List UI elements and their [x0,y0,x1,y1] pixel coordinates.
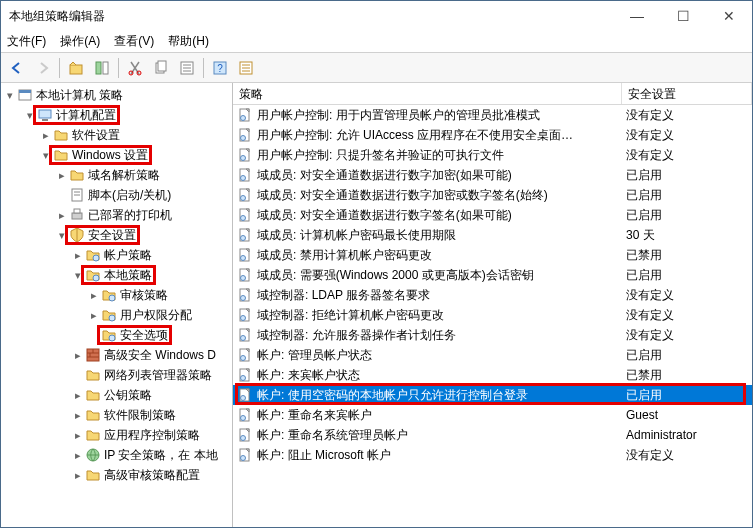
svg-rect-2 [103,62,108,74]
policy-setting: 已禁用 [622,247,752,264]
expand-icon[interactable]: ▸ [71,428,85,442]
tree-item[interactable]: ▸应用程序控制策略 [3,425,232,445]
tree-item[interactable]: ▸软件设置 [3,125,232,145]
expand-icon[interactable]: ▸ [71,348,85,362]
policy-row[interactable]: 域成员: 对安全通道数据进行数字加密(如果可能)已启用 [233,165,752,185]
tree-item[interactable]: ▸公钥策略 [3,385,232,405]
policy-row[interactable]: 帐户: 重命名来宾帐户Guest [233,405,752,425]
expand-icon[interactable] [87,328,101,342]
security-icon [69,227,85,243]
menu-file[interactable]: 文件(F) [7,33,46,50]
expand-icon[interactable]: ▸ [71,468,85,482]
tree-item[interactable]: 安全选项 [3,325,232,345]
tree-item[interactable]: ▸高级审核策略配置 [3,465,232,485]
expand-icon[interactable]: ▸ [71,448,85,462]
svg-rect-1 [96,62,101,74]
expand-icon[interactable]: ▾ [71,268,85,282]
close-button[interactable]: ✕ [706,1,752,31]
policy-row[interactable]: 域成员: 需要强(Windows 2000 或更高版本)会话密钥已启用 [233,265,752,285]
folder-icon [85,367,101,383]
policy-row[interactable]: 用户帐户控制: 用于内置管理员帐户的管理员批准模式没有定义 [233,105,752,125]
window-title: 本地组策略编辑器 [9,8,614,25]
policy-row[interactable]: 用户帐户控制: 允许 UIAccess 应用程序在不使用安全桌面…没有定义 [233,125,752,145]
forward-button[interactable] [31,56,55,80]
policy-setting: 已启用 [622,207,752,224]
expand-icon[interactable]: ▸ [71,408,85,422]
up-button[interactable] [64,56,88,80]
policy-row[interactable]: 帐户: 来宾帐户状态已禁用 [233,365,752,385]
expand-icon[interactable]: ▾ [3,88,17,102]
tree-item[interactable]: ▾计算机配置 [3,105,232,125]
tree-item[interactable]: ▸软件限制策略 [3,405,232,425]
policy-setting: 已禁用 [622,367,752,384]
policy-row[interactable]: 域成员: 禁用计算机帐户密码更改已禁用 [233,245,752,265]
tree-item[interactable]: ▾本地策略 [3,265,232,285]
expand-icon[interactable]: ▸ [71,248,85,262]
properties-button[interactable] [175,56,199,80]
tree-pane[interactable]: ▾本地计算机 策略▾计算机配置▸软件设置▾Windows 设置▸域名解析策略脚本… [1,83,233,527]
policy-row[interactable]: 域成员: 计算机帐户密码最长使用期限30 天 [233,225,752,245]
col-setting[interactable]: 安全设置 [622,83,752,104]
policy-setting: 已启用 [622,267,752,284]
svg-rect-24 [72,213,82,219]
back-button[interactable] [5,56,29,80]
expand-icon[interactable]: ▾ [55,228,69,242]
policy-row[interactable]: 帐户: 管理员帐户状态已启用 [233,345,752,365]
expand-icon[interactable]: ▾ [23,108,37,122]
policy-row[interactable]: 域控制器: 允许服务器操作者计划任务没有定义 [233,325,752,345]
policy-row[interactable]: 帐户: 重命名系统管理员帐户Administrator [233,425,752,445]
policy-name: 域成员: 对安全通道数据进行数字签名(如果可能) [257,207,622,224]
policy-icon [237,367,253,383]
policy-row[interactable]: 帐户: 阻止 Microsoft 帐户没有定义 [233,445,752,465]
policy-row[interactable]: 域控制器: LDAP 服务器签名要求没有定义 [233,285,752,305]
policy-row[interactable]: 用户帐户控制: 只提升签名并验证的可执行文件没有定义 [233,145,752,165]
expand-icon[interactable]: ▸ [71,388,85,402]
policy-name: 帐户: 来宾帐户状态 [257,367,622,384]
list-header: 策略 安全设置 [233,83,752,105]
tree-item[interactable]: ▸用户权限分配 [3,305,232,325]
tree-item[interactable]: ▸帐户策略 [3,245,232,265]
policy-row[interactable]: 帐户: 使用空密码的本地帐户只允许进行控制台登录已启用 [233,385,752,405]
svg-point-26 [93,255,99,261]
tree-item[interactable]: ▸域名解析策略 [3,165,232,185]
tree-item[interactable]: 脚本(启动/关机) [3,185,232,205]
tree-item[interactable]: ▸已部署的打印机 [3,205,232,225]
menu-view[interactable]: 查看(V) [114,33,154,50]
show-hide-button[interactable] [90,56,114,80]
expand-icon[interactable]: ▸ [55,208,69,222]
tree-root[interactable]: ▾本地计算机 策略 [3,85,232,105]
list-view-button[interactable] [234,56,258,80]
help-button[interactable]: ? [208,56,232,80]
list-body[interactable]: 用户帐户控制: 用于内置管理员帐户的管理员批准模式没有定义用户帐户控制: 允许 … [233,105,752,527]
expand-icon[interactable]: ▸ [87,288,101,302]
menu-action[interactable]: 操作(A) [60,33,100,50]
tree-item[interactable]: 网络列表管理器策略 [3,365,232,385]
policy-setting: 已启用 [622,187,752,204]
menu-help[interactable]: 帮助(H) [168,33,209,50]
expand-icon[interactable]: ▾ [39,148,53,162]
tree-item[interactable]: ▸IP 安全策略，在 本地 [3,445,232,465]
tree-item[interactable]: ▸高级安全 Windows D [3,345,232,365]
cut-button[interactable] [123,56,147,80]
minimize-button[interactable]: — [614,1,660,31]
policy-row[interactable]: 域成员: 对安全通道数据进行数字签名(如果可能)已启用 [233,205,752,225]
tree-item[interactable]: ▸审核策略 [3,285,232,305]
script-icon [69,187,85,203]
expand-icon[interactable] [55,188,69,202]
policy-icon [237,227,253,243]
expand-icon[interactable]: ▸ [87,308,101,322]
folder-icon [85,407,101,423]
expand-icon[interactable]: ▸ [39,128,53,142]
maximize-button[interactable]: ☐ [660,1,706,31]
policy-row[interactable]: 域成员: 对安全通道数据进行数字加密或数字签名(始终)已启用 [233,185,752,205]
policy-icon [237,267,253,283]
tree-item[interactable]: ▾安全设置 [3,225,232,245]
tree-item[interactable]: ▾Windows 设置 [3,145,232,165]
tree-label: 用户权限分配 [120,307,192,324]
expand-icon[interactable] [71,368,85,382]
policy-row[interactable]: 域控制器: 拒绝计算机帐户密码更改没有定义 [233,305,752,325]
root-icon [17,87,33,103]
copy-button[interactable] [149,56,173,80]
expand-icon[interactable]: ▸ [55,168,69,182]
col-policy[interactable]: 策略 [233,83,622,104]
